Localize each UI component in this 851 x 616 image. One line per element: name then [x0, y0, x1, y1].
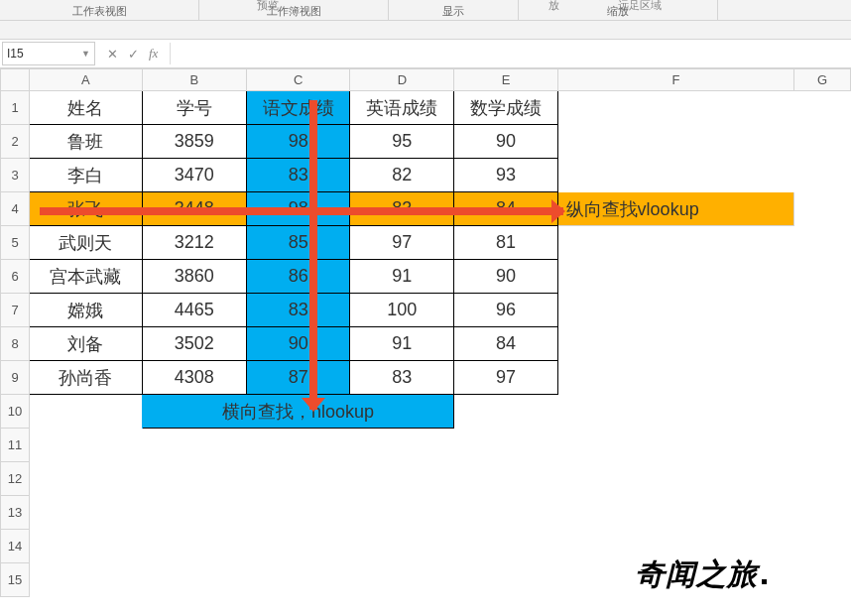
row-header[interactable]: 15	[1, 563, 30, 597]
table-row: 12	[1, 462, 851, 496]
cell-b1[interactable]: 学号	[142, 91, 247, 125]
cell-b5[interactable]: 3212	[142, 226, 247, 260]
cell-g4[interactable]	[794, 192, 851, 226]
cell-f8[interactable]	[557, 327, 794, 361]
cell-d7[interactable]: 100	[350, 294, 454, 327]
cell-f2[interactable]	[557, 125, 794, 159]
fx-icon[interactable]: fx	[149, 46, 158, 62]
cancel-icon[interactable]: ✕	[107, 47, 118, 62]
formula-buttons: ✕ ✓ fx	[107, 46, 158, 62]
cell-d1[interactable]: 英语成绩	[350, 91, 454, 125]
cell-a5[interactable]: 武则天	[30, 226, 143, 260]
cell-g2[interactable]	[794, 125, 851, 159]
cell-a1[interactable]: 姓名	[30, 91, 143, 125]
cell-g7[interactable]	[794, 294, 851, 327]
cell-a7[interactable]: 嫦娥	[30, 294, 143, 327]
cell-f1[interactable]	[557, 91, 794, 125]
cell-c6[interactable]: 86	[247, 260, 350, 294]
cell-c3[interactable]: 83	[247, 159, 350, 192]
cell-d5[interactable]: 97	[350, 226, 454, 260]
cell-f3[interactable]	[557, 159, 794, 192]
ribbon-group-sheet-view[interactable]: 工作表视图	[0, 0, 199, 20]
cell-b8[interactable]: 3502	[142, 327, 247, 361]
cell-g1[interactable]	[794, 91, 851, 125]
row-header[interactable]: 4	[1, 192, 30, 226]
cell-b6[interactable]: 3860	[142, 260, 247, 294]
cell-c5[interactable]: 85	[247, 226, 350, 260]
row-header[interactable]: 2	[1, 125, 30, 159]
cell-c1[interactable]: 语文成绩	[247, 91, 350, 125]
cell-e8[interactable]: 84	[454, 327, 557, 361]
cell-c8[interactable]: 90	[247, 327, 350, 361]
cell-c2[interactable]: 98	[247, 125, 350, 159]
row-header[interactable]: 6	[1, 260, 30, 294]
cell-d8[interactable]: 91	[350, 327, 454, 361]
cell-f7[interactable]	[557, 294, 794, 327]
cell-g8[interactable]	[794, 327, 851, 361]
cell-f10[interactable]	[557, 395, 794, 429]
cell-c7[interactable]: 83	[247, 294, 350, 327]
cell-g9[interactable]	[794, 361, 851, 395]
cell-g6[interactable]	[794, 260, 851, 294]
row-header[interactable]: 5	[1, 226, 30, 260]
cell-a10[interactable]	[30, 395, 143, 429]
row-header[interactable]: 7	[1, 294, 30, 327]
col-header-f[interactable]: F	[557, 69, 794, 91]
cell-f5[interactable]	[557, 226, 794, 260]
col-header-b[interactable]: B	[142, 69, 247, 91]
row-header[interactable]: 13	[1, 496, 30, 530]
cell-a2[interactable]: 鲁班	[30, 125, 143, 159]
cell-c9[interactable]: 87	[247, 361, 350, 395]
formula-input[interactable]	[170, 43, 851, 64]
ribbon-group-workbook-view[interactable]: 预览 工作簿视图	[199, 0, 389, 20]
name-box[interactable]: I15 ▼	[2, 42, 95, 65]
col-header-g[interactable]: G	[794, 69, 851, 91]
cell-d2[interactable]: 95	[350, 125, 454, 159]
row-header[interactable]: 3	[1, 159, 30, 192]
col-header-c[interactable]: C	[247, 69, 350, 91]
cell-d6[interactable]: 91	[350, 260, 454, 294]
chevron-down-icon[interactable]: ▼	[81, 49, 90, 59]
cell-g3[interactable]	[794, 159, 851, 192]
table-row: 7 嫦娥 4465 83 100 96	[1, 294, 851, 327]
cell-b3[interactable]: 3470	[142, 159, 247, 192]
cell-a6[interactable]: 宫本武藏	[30, 260, 143, 294]
cell-f4[interactable]: 纵向查找vlookup	[557, 192, 794, 226]
select-all-corner[interactable]	[1, 69, 30, 91]
cell-e6[interactable]: 90	[454, 260, 557, 294]
row-header[interactable]: 9	[1, 361, 30, 395]
ribbon-group-show[interactable]: 显示	[389, 0, 519, 20]
cell-g5[interactable]	[794, 226, 851, 260]
cell-e7[interactable]: 96	[454, 294, 557, 327]
cell-a9[interactable]: 孙尚香	[30, 361, 143, 395]
cell-d3[interactable]: 82	[350, 159, 454, 192]
cell-e1[interactable]: 数学成绩	[454, 91, 557, 125]
row-header[interactable]: 8	[1, 327, 30, 361]
grid[interactable]: A B C D E F G 1 姓名 学号 语文成绩 英语成绩 数学成绩 2 鲁…	[0, 68, 851, 597]
col-header-d[interactable]: D	[350, 69, 454, 91]
row-header[interactable]: 10	[1, 395, 30, 429]
cell-b7[interactable]: 4465	[142, 294, 247, 327]
cell-a8[interactable]: 刘备	[30, 327, 143, 361]
cell-d9[interactable]: 83	[350, 361, 454, 395]
cell-e5[interactable]: 81	[454, 226, 557, 260]
cell-g10[interactable]	[794, 395, 851, 429]
row-header[interactable]: 12	[1, 462, 30, 496]
cell-b2[interactable]: 3859	[142, 125, 247, 159]
cell-a3[interactable]: 李白	[30, 159, 143, 192]
ribbon-group-zoom[interactable]: 放 远足区域 缩放	[519, 0, 718, 20]
cell-e10[interactable]	[454, 395, 557, 429]
row-header[interactable]: 1	[1, 91, 30, 125]
col-header-a[interactable]: A	[30, 69, 143, 91]
enter-icon[interactable]: ✓	[128, 47, 139, 62]
cell-e3[interactable]: 93	[454, 159, 557, 192]
cell-f9[interactable]	[557, 361, 794, 395]
cell-hlookup-label[interactable]: 横向查找，hlookup	[142, 395, 454, 429]
cell-e9[interactable]: 97	[454, 361, 557, 395]
row-header[interactable]: 11	[1, 429, 30, 462]
cell-b9[interactable]: 4308	[142, 361, 247, 395]
cell-e2[interactable]: 90	[454, 125, 557, 159]
col-header-e[interactable]: E	[454, 69, 557, 91]
cell-f6[interactable]	[557, 260, 794, 294]
row-header[interactable]: 14	[1, 530, 30, 563]
